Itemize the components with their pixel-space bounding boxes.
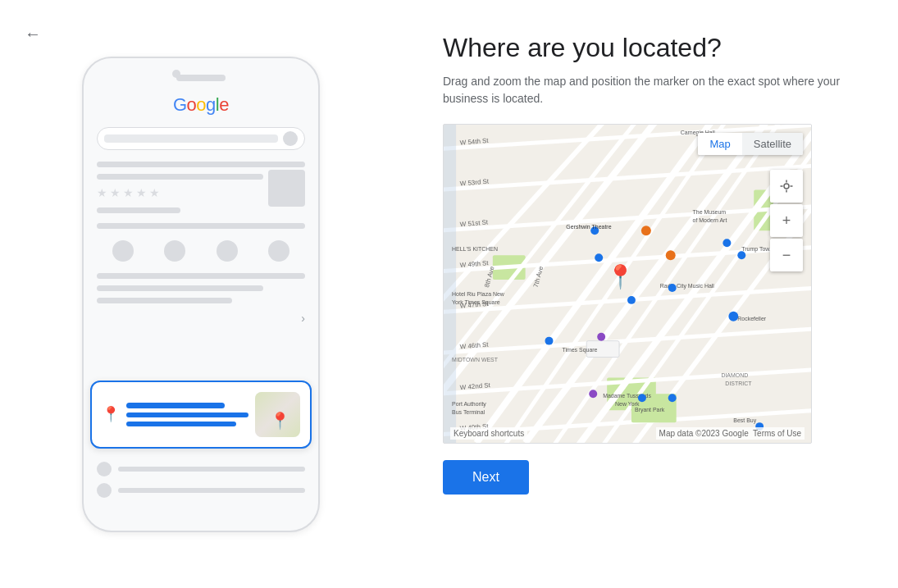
svg-point-68 xyxy=(737,251,745,259)
phone-line-5 xyxy=(97,273,305,279)
action-icons-row xyxy=(97,235,305,267)
map-attribution: Map data ©2023 Google Terms of Use xyxy=(656,427,805,440)
svg-point-61 xyxy=(668,284,677,292)
right-panel: Where are you located? Drag and zoom the… xyxy=(402,0,898,588)
location-pin-icon: 📍 xyxy=(102,405,120,423)
next-button[interactable]: Next xyxy=(443,460,529,495)
bottom-text-1 xyxy=(118,467,305,472)
map-marker: 📍 xyxy=(606,263,635,290)
svg-point-69 xyxy=(595,253,603,262)
loc-line-1 xyxy=(126,403,225,408)
svg-text:Times Square: Times Square xyxy=(562,347,597,353)
action-icon-1 xyxy=(112,240,134,262)
google-logo: Google xyxy=(173,94,229,116)
svg-text:Radio City Music Hall: Radio City Music Hall xyxy=(660,283,715,289)
svg-point-60 xyxy=(641,226,651,235)
svg-point-72 xyxy=(638,394,646,402)
svg-point-63 xyxy=(728,312,738,321)
svg-point-66 xyxy=(668,394,677,402)
svg-text:Port Authority: Port Authority xyxy=(452,401,486,408)
location-lines xyxy=(126,403,248,426)
stars-row: ★ ★ ★ ★ ★ xyxy=(97,186,305,199)
svg-text:HELL'S KITCHEN: HELL'S KITCHEN xyxy=(452,246,498,252)
phone-line-6 xyxy=(97,285,263,291)
svg-point-71 xyxy=(589,390,597,398)
svg-text:Best Buy: Best Buy xyxy=(733,417,756,424)
phone-mockup: Google ★ ★ ★ ★ ★ xyxy=(82,57,320,532)
action-icon-3 xyxy=(217,240,238,262)
loc-line-2 xyxy=(126,413,248,417)
phone-bottom-row-2 xyxy=(97,483,305,498)
location-card: 📍 📍 xyxy=(90,381,312,449)
phone-search-bar xyxy=(97,127,305,150)
bottom-text-2 xyxy=(118,488,305,493)
phone-search-icon xyxy=(283,131,298,146)
svg-point-64 xyxy=(627,296,636,304)
svg-text:Rockefeller: Rockefeller xyxy=(737,316,766,321)
map-type-satellite-button[interactable]: Satellite xyxy=(742,133,803,155)
phone-search-input xyxy=(104,134,278,143)
svg-text:Trump Tow...: Trump Tow... xyxy=(741,246,773,253)
svg-text:Bus Terminal: Bus Terminal xyxy=(452,409,485,415)
phone-camera xyxy=(172,70,180,78)
map-type-toggle: Map Satellite xyxy=(698,133,803,155)
svg-text:New York: New York xyxy=(615,401,640,407)
svg-point-73 xyxy=(545,337,554,345)
phone-line-2 xyxy=(97,174,263,180)
svg-point-62 xyxy=(723,239,731,247)
map-container[interactable]: W 54th St W 53rd St W 51st St W 49th St … xyxy=(443,124,812,444)
phone-bottom-row-1 xyxy=(97,462,305,476)
zoom-out-button[interactable]: − xyxy=(770,239,803,271)
svg-text:Hotel Riu Plaza New: Hotel Riu Plaza New xyxy=(452,291,505,297)
phone-line-7 xyxy=(97,298,232,303)
loc-line-3 xyxy=(126,422,236,426)
svg-point-74 xyxy=(784,184,789,189)
keyboard-shortcuts: Keyboard shortcuts xyxy=(450,427,527,440)
svg-rect-23 xyxy=(444,125,456,443)
phone-content: Google ★ ★ ★ ★ ★ xyxy=(97,94,305,517)
phone-speaker xyxy=(176,75,226,81)
map-controls: + − xyxy=(770,170,803,271)
svg-text:Bryant Park: Bryant Park xyxy=(635,407,665,413)
back-button[interactable]: ← xyxy=(25,25,41,43)
location-button[interactable] xyxy=(770,170,803,203)
business-icon xyxy=(268,170,305,207)
phone-line-4 xyxy=(97,223,305,229)
svg-text:York Times Square: York Times Square xyxy=(452,299,500,306)
svg-text:MIDTOWN WEST: MIDTOWN WEST xyxy=(452,357,499,362)
svg-point-65 xyxy=(597,333,605,341)
bottom-icon-2 xyxy=(97,483,112,498)
bottom-icon-1 xyxy=(97,462,112,476)
zoom-in-button[interactable]: + xyxy=(770,204,803,237)
phone-line-3 xyxy=(97,207,180,213)
svg-text:DIAMOND: DIAMOND xyxy=(721,372,748,378)
svg-text:The Museum: The Museum xyxy=(693,209,727,215)
action-icon-4 xyxy=(268,240,289,262)
google-logo-area: Google xyxy=(97,94,305,116)
left-panel: ← Google ★ ★ ★ ★ xyxy=(0,0,402,588)
action-icon-2 xyxy=(164,240,185,262)
page-title: Where are you located? xyxy=(443,33,857,63)
svg-text:DISTRICT: DISTRICT xyxy=(725,381,752,386)
map-pin-small: 📍 xyxy=(270,411,290,431)
svg-point-70 xyxy=(666,250,676,260)
map-type-map-button[interactable]: Map xyxy=(698,133,741,155)
svg-text:Gershwin Theatre: Gershwin Theatre xyxy=(566,224,611,230)
phone-line-1 xyxy=(97,162,305,167)
svg-text:of Modern Art: of Modern Art xyxy=(693,217,727,223)
map-thumbnail: 📍 xyxy=(255,392,300,437)
page-subtitle: Drag and zoom the map and position the m… xyxy=(443,73,857,107)
phone-bottom-lines xyxy=(97,462,305,498)
arrow-row: › xyxy=(97,312,305,325)
